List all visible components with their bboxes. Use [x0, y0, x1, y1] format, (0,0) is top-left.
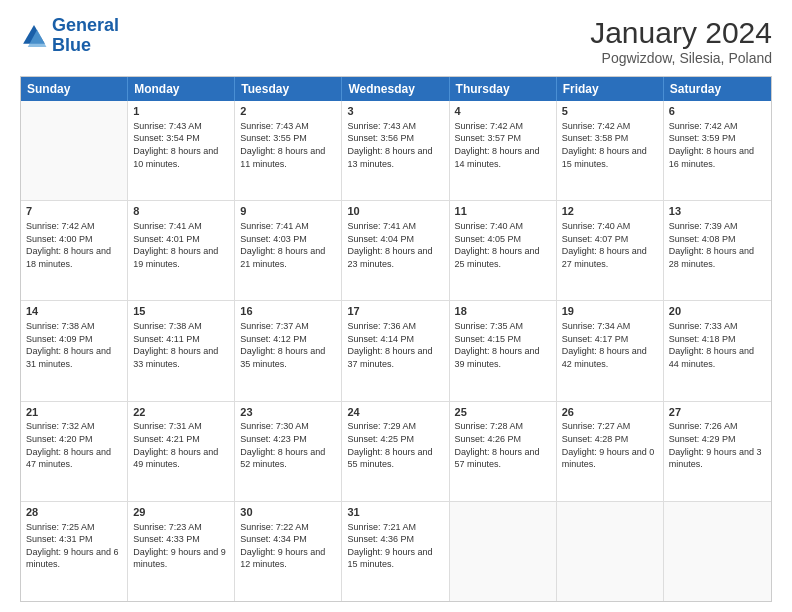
day-number: 24	[347, 405, 443, 420]
cell-info: Sunrise: 7:26 AM Sunset: 4:29 PM Dayligh…	[669, 420, 766, 470]
calendar-cell: 23Sunrise: 7:30 AM Sunset: 4:23 PM Dayli…	[235, 402, 342, 501]
calendar-cell: 10Sunrise: 7:41 AM Sunset: 4:04 PM Dayli…	[342, 201, 449, 300]
header: General Blue January 2024 Pogwizdow, Sil…	[20, 16, 772, 66]
header-day-thursday: Thursday	[450, 77, 557, 101]
cell-info: Sunrise: 7:25 AM Sunset: 4:31 PM Dayligh…	[26, 521, 122, 571]
cell-info: Sunrise: 7:32 AM Sunset: 4:20 PM Dayligh…	[26, 420, 122, 470]
calendar-cell: 21Sunrise: 7:32 AM Sunset: 4:20 PM Dayli…	[21, 402, 128, 501]
day-number: 10	[347, 204, 443, 219]
cell-info: Sunrise: 7:40 AM Sunset: 4:05 PM Dayligh…	[455, 220, 551, 270]
calendar-week-1: 1Sunrise: 7:43 AM Sunset: 3:54 PM Daylig…	[21, 101, 771, 201]
calendar-subtitle: Pogwizdow, Silesia, Poland	[590, 50, 772, 66]
calendar-cell: 12Sunrise: 7:40 AM Sunset: 4:07 PM Dayli…	[557, 201, 664, 300]
day-number: 27	[669, 405, 766, 420]
calendar-cell: 26Sunrise: 7:27 AM Sunset: 4:28 PM Dayli…	[557, 402, 664, 501]
day-number: 23	[240, 405, 336, 420]
calendar-cell: 20Sunrise: 7:33 AM Sunset: 4:18 PM Dayli…	[664, 301, 771, 400]
day-number: 29	[133, 505, 229, 520]
cell-info: Sunrise: 7:33 AM Sunset: 4:18 PM Dayligh…	[669, 320, 766, 370]
day-number: 30	[240, 505, 336, 520]
calendar-cell: 18Sunrise: 7:35 AM Sunset: 4:15 PM Dayli…	[450, 301, 557, 400]
calendar-cell	[450, 502, 557, 601]
day-number: 26	[562, 405, 658, 420]
calendar-cell: 31Sunrise: 7:21 AM Sunset: 4:36 PM Dayli…	[342, 502, 449, 601]
cell-info: Sunrise: 7:42 AM Sunset: 3:59 PM Dayligh…	[669, 120, 766, 170]
cell-info: Sunrise: 7:37 AM Sunset: 4:12 PM Dayligh…	[240, 320, 336, 370]
calendar-cell: 8Sunrise: 7:41 AM Sunset: 4:01 PM Daylig…	[128, 201, 235, 300]
calendar-cell: 7Sunrise: 7:42 AM Sunset: 4:00 PM Daylig…	[21, 201, 128, 300]
calendar-body: 1Sunrise: 7:43 AM Sunset: 3:54 PM Daylig…	[21, 101, 771, 601]
cell-info: Sunrise: 7:40 AM Sunset: 4:07 PM Dayligh…	[562, 220, 658, 270]
calendar-cell: 17Sunrise: 7:36 AM Sunset: 4:14 PM Dayli…	[342, 301, 449, 400]
day-number: 7	[26, 204, 122, 219]
cell-info: Sunrise: 7:38 AM Sunset: 4:11 PM Dayligh…	[133, 320, 229, 370]
cell-info: Sunrise: 7:30 AM Sunset: 4:23 PM Dayligh…	[240, 420, 336, 470]
cell-info: Sunrise: 7:22 AM Sunset: 4:34 PM Dayligh…	[240, 521, 336, 571]
cell-info: Sunrise: 7:39 AM Sunset: 4:08 PM Dayligh…	[669, 220, 766, 270]
calendar-cell: 15Sunrise: 7:38 AM Sunset: 4:11 PM Dayli…	[128, 301, 235, 400]
page: General Blue January 2024 Pogwizdow, Sil…	[0, 0, 792, 612]
day-number: 12	[562, 204, 658, 219]
cell-info: Sunrise: 7:41 AM Sunset: 4:03 PM Dayligh…	[240, 220, 336, 270]
day-number: 19	[562, 304, 658, 319]
calendar-header-row: SundayMondayTuesdayWednesdayThursdayFrid…	[21, 77, 771, 101]
day-number: 13	[669, 204, 766, 219]
calendar-cell: 30Sunrise: 7:22 AM Sunset: 4:34 PM Dayli…	[235, 502, 342, 601]
calendar-cell: 13Sunrise: 7:39 AM Sunset: 4:08 PM Dayli…	[664, 201, 771, 300]
calendar-cell: 28Sunrise: 7:25 AM Sunset: 4:31 PM Dayli…	[21, 502, 128, 601]
calendar-cell: 16Sunrise: 7:37 AM Sunset: 4:12 PM Dayli…	[235, 301, 342, 400]
calendar-cell: 6Sunrise: 7:42 AM Sunset: 3:59 PM Daylig…	[664, 101, 771, 200]
calendar-cell: 3Sunrise: 7:43 AM Sunset: 3:56 PM Daylig…	[342, 101, 449, 200]
day-number: 28	[26, 505, 122, 520]
calendar-cell: 11Sunrise: 7:40 AM Sunset: 4:05 PM Dayli…	[450, 201, 557, 300]
cell-info: Sunrise: 7:31 AM Sunset: 4:21 PM Dayligh…	[133, 420, 229, 470]
logo-line2: Blue	[52, 35, 91, 55]
cell-info: Sunrise: 7:27 AM Sunset: 4:28 PM Dayligh…	[562, 420, 658, 470]
cell-info: Sunrise: 7:28 AM Sunset: 4:26 PM Dayligh…	[455, 420, 551, 470]
header-day-monday: Monday	[128, 77, 235, 101]
calendar: SundayMondayTuesdayWednesdayThursdayFrid…	[20, 76, 772, 602]
logo-line1: General	[52, 15, 119, 35]
header-day-sunday: Sunday	[21, 77, 128, 101]
cell-info: Sunrise: 7:43 AM Sunset: 3:56 PM Dayligh…	[347, 120, 443, 170]
calendar-cell: 1Sunrise: 7:43 AM Sunset: 3:54 PM Daylig…	[128, 101, 235, 200]
calendar-cell: 19Sunrise: 7:34 AM Sunset: 4:17 PM Dayli…	[557, 301, 664, 400]
day-number: 11	[455, 204, 551, 219]
header-day-tuesday: Tuesday	[235, 77, 342, 101]
logo-icon	[20, 22, 48, 50]
calendar-cell	[557, 502, 664, 601]
day-number: 20	[669, 304, 766, 319]
calendar-cell: 9Sunrise: 7:41 AM Sunset: 4:03 PM Daylig…	[235, 201, 342, 300]
day-number: 2	[240, 104, 336, 119]
cell-info: Sunrise: 7:42 AM Sunset: 3:58 PM Dayligh…	[562, 120, 658, 170]
day-number: 3	[347, 104, 443, 119]
calendar-week-4: 21Sunrise: 7:32 AM Sunset: 4:20 PM Dayli…	[21, 402, 771, 502]
day-number: 5	[562, 104, 658, 119]
cell-info: Sunrise: 7:43 AM Sunset: 3:55 PM Dayligh…	[240, 120, 336, 170]
cell-info: Sunrise: 7:29 AM Sunset: 4:25 PM Dayligh…	[347, 420, 443, 470]
title-block: January 2024 Pogwizdow, Silesia, Poland	[590, 16, 772, 66]
calendar-cell	[21, 101, 128, 200]
day-number: 18	[455, 304, 551, 319]
cell-info: Sunrise: 7:21 AM Sunset: 4:36 PM Dayligh…	[347, 521, 443, 571]
cell-info: Sunrise: 7:23 AM Sunset: 4:33 PM Dayligh…	[133, 521, 229, 571]
day-number: 14	[26, 304, 122, 319]
calendar-cell: 5Sunrise: 7:42 AM Sunset: 3:58 PM Daylig…	[557, 101, 664, 200]
logo-text: General Blue	[52, 16, 119, 56]
calendar-cell: 14Sunrise: 7:38 AM Sunset: 4:09 PM Dayli…	[21, 301, 128, 400]
calendar-cell: 2Sunrise: 7:43 AM Sunset: 3:55 PM Daylig…	[235, 101, 342, 200]
cell-info: Sunrise: 7:38 AM Sunset: 4:09 PM Dayligh…	[26, 320, 122, 370]
day-number: 31	[347, 505, 443, 520]
day-number: 17	[347, 304, 443, 319]
header-day-wednesday: Wednesday	[342, 77, 449, 101]
cell-info: Sunrise: 7:36 AM Sunset: 4:14 PM Dayligh…	[347, 320, 443, 370]
calendar-cell: 27Sunrise: 7:26 AM Sunset: 4:29 PM Dayli…	[664, 402, 771, 501]
calendar-week-3: 14Sunrise: 7:38 AM Sunset: 4:09 PM Dayli…	[21, 301, 771, 401]
calendar-title: January 2024	[590, 16, 772, 50]
day-number: 16	[240, 304, 336, 319]
cell-info: Sunrise: 7:34 AM Sunset: 4:17 PM Dayligh…	[562, 320, 658, 370]
header-day-friday: Friday	[557, 77, 664, 101]
header-day-saturday: Saturday	[664, 77, 771, 101]
day-number: 9	[240, 204, 336, 219]
day-number: 8	[133, 204, 229, 219]
